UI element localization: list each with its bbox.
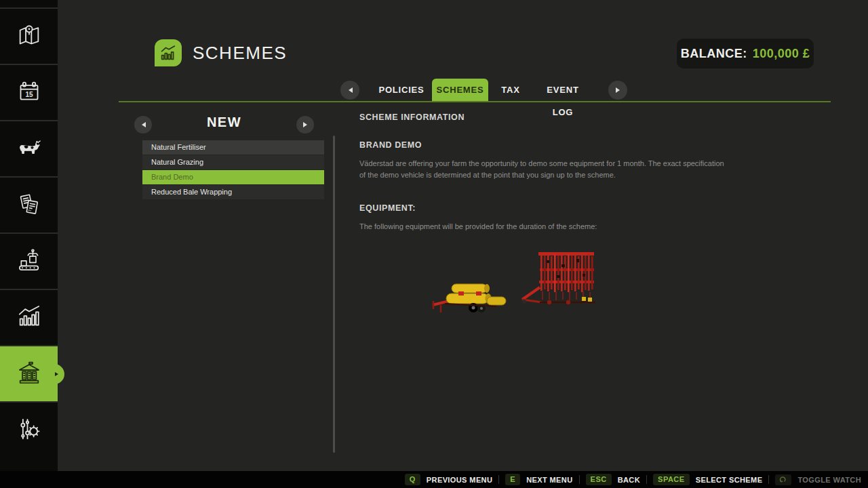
shortcut-label: TOGGLE WATCH: [797, 476, 861, 484]
bottom-shortcut-bar: Q PREVIOUS MENU E NEXT MENU ESC BACK SPA…: [0, 471, 868, 488]
toggle-watch-icon: [775, 474, 791, 485]
list-previous-button[interactable]: [134, 116, 152, 134]
shortcut-label: SELECT SCHEME: [696, 476, 763, 484]
sidebar-item-prices[interactable]: [0, 401, 58, 458]
tab-tax[interactable]: TAX: [492, 79, 529, 101]
shortcut-label: PREVIOUS MENU: [427, 476, 493, 484]
equipment-image-harrow: [519, 248, 601, 313]
sidebar-item-contracts[interactable]: [0, 176, 58, 232]
production-icon: [16, 247, 43, 277]
tabs-next-button[interactable]: [608, 81, 627, 100]
tab-schemes[interactable]: SCHEMES: [432, 79, 488, 101]
sidebar: 15: [0, 0, 58, 471]
sidebar-item-calendar[interactable]: 15: [0, 64, 58, 120]
scheme-description: Väderstad are offering your farm the opp…: [359, 158, 729, 181]
sidebar-spacer: [0, 0, 58, 7]
calendar-icon: 15: [16, 78, 43, 108]
tabs-previous-button[interactable]: [340, 81, 359, 100]
sidebar-item-map[interactable]: [0, 7, 58, 64]
shortcut-toggle-watch[interactable]: TOGGLE WATCH: [775, 474, 861, 485]
list-scrollbar[interactable]: [333, 136, 335, 453]
list-item-natural-grazing[interactable]: Natural Grazing: [142, 155, 324, 169]
key-esc: ESC: [586, 474, 612, 485]
scheme-list: Natural Fertiliser Natural Grazing Brand…: [142, 140, 324, 200]
tab-underline: [119, 101, 831, 102]
settings-sliders-icon: [16, 415, 43, 445]
key-e: E: [505, 474, 520, 485]
sidebar-item-statistics[interactable]: [0, 289, 58, 345]
shortcut-back[interactable]: ESC BACK: [586, 474, 641, 485]
key-q: Q: [405, 474, 420, 485]
chevron-right-icon: [303, 122, 310, 127]
sidebar-item-finances[interactable]: [0, 345, 58, 401]
separator: [646, 475, 647, 484]
equipment-heading: EQUIPMENT:: [359, 203, 416, 213]
shortcut-label: NEXT MENU: [526, 476, 572, 484]
separator: [498, 475, 499, 484]
balance-display: BALANCE: 100,000 £: [677, 39, 814, 68]
sidebar-item-production[interactable]: [0, 232, 58, 289]
list-item-natural-fertiliser[interactable]: Natural Fertiliser: [142, 140, 324, 155]
chevron-right-icon: [616, 87, 623, 93]
list-item-brand-demo[interactable]: Brand Demo: [142, 170, 324, 184]
calendar-day: 15: [25, 90, 33, 98]
map-icon: [16, 22, 43, 52]
shortcut-previous-menu[interactable]: Q PREVIOUS MENU: [405, 474, 493, 485]
list-item-reduced-bale-wrapping[interactable]: Reduced Bale Wrapping: [142, 185, 324, 199]
equipment-image-roller: [431, 275, 509, 319]
balance-value: 100,000 £: [753, 47, 810, 61]
page-title: SCHEMES: [193, 43, 287, 64]
list-next-button[interactable]: [296, 116, 314, 134]
tab-event-log[interactable]: EVENT LOG: [535, 79, 591, 101]
chevron-left-icon: [346, 87, 353, 93]
balance-label: BALANCE:: [681, 47, 747, 61]
schemes-page-icon: [155, 39, 182, 66]
separator: [579, 475, 580, 484]
contracts-icon: [16, 190, 43, 220]
shortcut-label: BACK: [618, 476, 640, 484]
schemes-menu-screen: 15: [0, 0, 868, 488]
active-indicator: [51, 364, 64, 384]
scheme-information-heading: SCHEME INFORMATION: [359, 113, 465, 122]
finance-bank-icon: [16, 359, 43, 389]
key-space: SPACE: [653, 474, 690, 485]
scheme-title: BRAND DEMO: [359, 140, 422, 150]
tab-policies[interactable]: POLICIES: [374, 79, 429, 101]
separator: [768, 475, 769, 484]
shortcut-next-menu[interactable]: E NEXT MENU: [505, 474, 572, 485]
chevron-left-icon: [139, 122, 146, 127]
shortcut-select-scheme[interactable]: SPACE SELECT SCHEME: [653, 474, 762, 485]
equipment-text: The following equipment will be provided…: [359, 221, 729, 232]
sidebar-item-animals[interactable]: [0, 120, 58, 176]
animals-icon: [16, 134, 43, 164]
statistics-icon: [16, 303, 43, 333]
scheme-list-heading: NEW: [152, 115, 296, 130]
